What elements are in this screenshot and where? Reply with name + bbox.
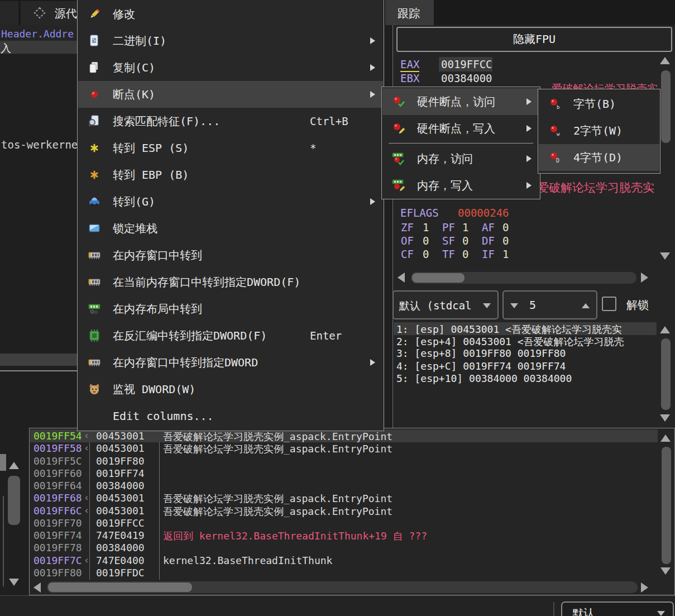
flag-value-IF[interactable]: 1 — [502, 248, 509, 260]
menu-item-main-15[interactable]: Edit columns... — [78, 403, 383, 429]
menu-item-size-1[interactable]: w2字节(W) — [539, 117, 659, 144]
args-row[interactable]: 3: [esp+8] 0019FF80 0019FF80 — [396, 347, 566, 359]
flag-name-PF[interactable]: PF — [442, 221, 455, 233]
stack-value: 0019FFCC — [96, 517, 145, 529]
spinner-down-icon[interactable] — [510, 303, 518, 308]
stack-row[interactable]: 0019FF800019FFDC — [0, 567, 675, 579]
stack-row[interactable]: 0019FF600019FF74 — [0, 467, 675, 480]
menu-item-main-6[interactable]: 转到 EBP (B) — [78, 161, 383, 188]
stack-row[interactable]: 0019FF74747E0419返回到 kernel32.BaseThreadI… — [0, 529, 675, 542]
register-value-eax[interactable]: 0019FFCC — [441, 58, 492, 70]
stack-scroll-down-icon[interactable] — [660, 567, 671, 575]
menu-item-main-8[interactable]: 锁定堆栈 — [78, 215, 383, 242]
args-scroll-down-icon[interactable] — [660, 414, 670, 422]
arg-count-value[interactable]: 5 — [529, 298, 536, 312]
register-name-eax[interactable]: EAX — [400, 58, 419, 72]
menu-item-main-11[interactable]: 在内存布局中转到 — [78, 295, 383, 322]
flag-value-DF[interactable]: 0 — [502, 235, 509, 247]
flag-value-CF[interactable]: 0 — [423, 248, 429, 260]
registers-scroll-up-icon[interactable] — [660, 57, 670, 64]
flag-name-CF[interactable]: CF — [401, 248, 414, 260]
menu-item-size-0[interactable]: b字节(B) — [539, 90, 659, 117]
stack-row[interactable]: 0019FF58‹00453001吾爱破解论坛学习脱壳实例_aspack.Ent… — [0, 442, 675, 455]
registers-scroll-left-icon[interactable] — [398, 273, 405, 283]
registers-scroll-right-icon[interactable] — [641, 273, 648, 283]
stack-comment: 吾爱破解论坛学习脱壳实例_aspack.EntryPoint — [163, 442, 392, 456]
register-value-ebx[interactable]: 00384000 — [441, 72, 492, 84]
tab-trace[interactable]: 跟踪 — [385, 0, 434, 25]
menu-item-main-12[interactable]: 在反汇编中转到指定DWORD(F)Enter — [78, 322, 383, 349]
menu-item-main-1[interactable]: 二进制(I) — [78, 27, 383, 54]
left-scroll-down-icon[interactable] — [9, 579, 19, 586]
register-name-ebx[interactable]: EBX — [400, 72, 419, 84]
flag-value-OF[interactable]: 0 — [423, 235, 429, 247]
args-row[interactable]: 5: [esp+10] 00384000 00384000 — [396, 373, 572, 384]
unlock-checkbox[interactable] — [602, 297, 616, 311]
registers-hscrollbar-thumb[interactable] — [412, 273, 465, 283]
menu-item-bp-1[interactable]: 硬件断点，写入 — [382, 115, 539, 142]
stack-value: 00453001 — [96, 442, 145, 454]
flag-name-OF[interactable]: OF — [401, 235, 414, 247]
menu-item-label: 在内存布局中转到 — [113, 302, 202, 317]
menu-item-main-4[interactable]: 搜索匹配特征(F)...Ctrl+B — [78, 108, 383, 135]
menu-item-main-2[interactable]: 复制(C) — [78, 54, 383, 81]
flag-value-AF[interactable]: 0 — [502, 221, 509, 233]
flag-name-IF[interactable]: IF — [482, 248, 495, 260]
arg-count-spinner[interactable]: 5 — [502, 290, 597, 319]
args-row[interactable]: 1: [esp] 00453001 <吾爱破解论坛学习脱壳实 — [396, 323, 622, 336]
breakpoint-icon — [86, 87, 103, 102]
menu-item-main-14[interactable]: 监视 DWORD(W) — [78, 376, 383, 403]
hide-fpu-button[interactable]: 隐藏FPU — [396, 27, 672, 52]
menu-item-bp-2[interactable]: 内存，访问 — [382, 145, 539, 172]
tab-source[interactable]: 源代 — [21, 1, 77, 25]
stack-row[interactable]: 0019FF68‹00453001吾爱破解论坛学习脱壳实例_aspack.Ent… — [0, 492, 675, 504]
stack-row[interactable]: 0019FF6C‹00453001吾爱破解论坛学习脱壳实例_aspack.Ent… — [0, 505, 675, 517]
menu-item-label: 锁定堆栈 — [113, 221, 157, 236]
args-scroll-up-icon[interactable] — [660, 326, 670, 333]
flag-value-ZF[interactable]: 1 — [423, 221, 429, 233]
stack-scrollbar-thumb[interactable] — [662, 447, 671, 564]
stack-scroll-left-icon[interactable] — [33, 582, 41, 593]
flag-value-SF[interactable]: 0 — [462, 235, 468, 247]
svg-text:b: b — [557, 104, 559, 110]
calling-convention-dropdown[interactable]: 默认 (stdcal — [392, 290, 499, 319]
stack-context-menu: 修改二进制(I)复制(C)断点(K)搜索匹配特征(F)...Ctrl+B转到 E… — [77, 0, 384, 431]
flag-name-AF[interactable]: AF — [482, 221, 495, 233]
flag-value-PF[interactable]: 1 — [462, 221, 468, 233]
stack-scroll-up-icon[interactable] — [660, 434, 671, 442]
menu-item-main-13[interactable]: 在内存窗口中转到指定DWORD — [78, 349, 383, 376]
stack-row[interactable]: 0019FF5C0019FF80 — [0, 455, 675, 467]
stack-row[interactable]: 0019FF700019FFCC — [0, 517, 675, 529]
registers-scroll-down-icon[interactable] — [660, 252, 670, 260]
flag-name-ZF[interactable]: ZF — [401, 221, 414, 233]
flag-value-TF[interactable]: 0 — [462, 248, 468, 260]
args-scrollbar-thumb[interactable] — [661, 338, 671, 410]
flag-name-TF[interactable]: TF — [442, 248, 455, 260]
stack-hscrollbar-thumb[interactable] — [48, 582, 192, 592]
eflags-label[interactable]: EFLAGS — [400, 207, 439, 219]
menu-item-main-10[interactable]: 在当前内存窗口中转到指定DWORD(F) — [78, 269, 383, 295]
menu-item-size-2[interactable]: D4字节(D) — [539, 144, 659, 171]
registers-scrollbar-thumb[interactable] — [661, 70, 671, 143]
flag-name-SF[interactable]: SF — [442, 235, 455, 247]
flag-name-DF[interactable]: DF — [482, 235, 495, 247]
menu-item-main-0[interactable]: 修改 — [78, 1, 383, 27]
menu-item-main-9[interactable]: 在内存窗口中转到 — [78, 242, 383, 269]
menu-item-bp-0[interactable]: 硬件断点，访问 — [382, 88, 539, 115]
eflags-value[interactable]: 00000246 — [458, 207, 509, 219]
stack-row[interactable]: 0019FF6400384000 — [0, 480, 675, 492]
menu-item-main-7[interactable]: 转到(G) — [78, 188, 383, 215]
menu-item-main-5[interactable]: 转到 ESP (S)* — [78, 135, 383, 161]
tab-leftmost[interactable] — [0, 1, 18, 25]
args-row[interactable]: 2: [esp+4] 00453001 <吾爱破解论坛学习脱壳 — [396, 335, 624, 348]
stack-row[interactable]: 0019FF54‹00453001吾爱破解论坛学习脱壳实例_aspack.Ent… — [0, 430, 675, 442]
stack-row[interactable]: 0019FF7C‹747E0400kernel32.BaseThreadInit… — [0, 555, 675, 567]
search-pattern-icon — [86, 114, 103, 128]
spinner-up-icon[interactable] — [582, 303, 590, 308]
stack-scroll-right-icon[interactable] — [641, 582, 648, 593]
status-dropdown[interactable]: 默认 — [561, 601, 674, 616]
menu-item-main-3[interactable]: 断点(K) — [78, 81, 383, 108]
args-row[interactable]: 4: [esp+C] 0019FF74 0019FF74 — [396, 360, 566, 372]
menu-item-bp-3[interactable]: 内存，写入 — [382, 172, 539, 199]
stack-row[interactable]: 0019FF7800384000 — [0, 542, 675, 554]
